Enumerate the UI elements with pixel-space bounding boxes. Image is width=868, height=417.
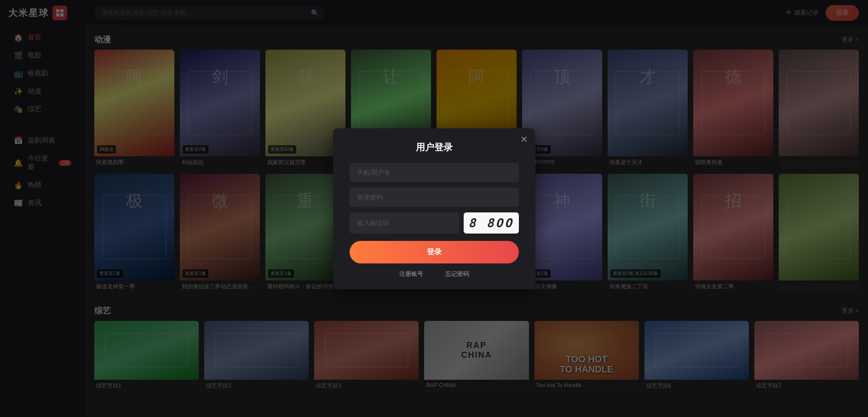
modal-close-button[interactable]: ✕	[520, 135, 528, 144]
captcha-image[interactable]: 8 8OO	[464, 212, 519, 234]
register-link[interactable]: 注册账号	[399, 270, 423, 278]
password-input[interactable]	[350, 188, 519, 207]
captcha-input[interactable]	[350, 212, 459, 234]
captcha-row: 8 8OO	[350, 212, 519, 234]
login-modal: 用户登录 ✕ 8 8OO 登录 注册账号 忘记密码	[333, 128, 535, 289]
modal-title: 用户登录	[350, 141, 519, 154]
modal-footer: 注册账号 忘记密码	[350, 270, 519, 278]
forgot-password-link[interactable]: 忘记密码	[445, 270, 469, 278]
captcha-code: 8 8OO	[468, 216, 513, 230]
modal-overlay[interactable]: 用户登录 ✕ 8 8OO 登录 注册账号 忘记密码	[0, 0, 868, 417]
modal-login-button[interactable]: 登录	[350, 241, 519, 263]
phone-input[interactable]	[350, 163, 519, 182]
